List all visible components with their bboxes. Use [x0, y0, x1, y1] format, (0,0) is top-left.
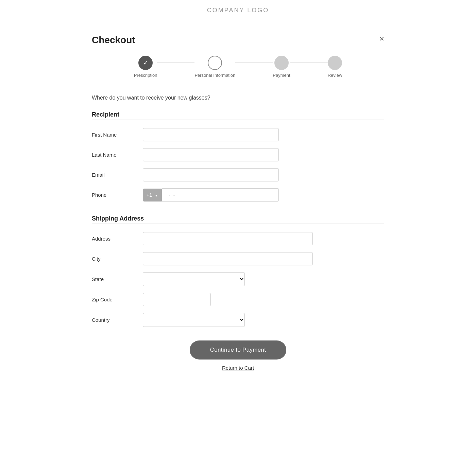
step-line-1: [157, 63, 194, 63]
step-personal-info: Personal Information: [194, 56, 235, 78]
step-prescription: ✓ Prescription: [134, 56, 157, 78]
state-select[interactable]: Alabama Alaska Arizona California Colora…: [143, 272, 245, 286]
shipping-section-title: Shipping Address: [92, 215, 384, 222]
recipient-section-title: Recipient: [92, 111, 384, 118]
zip-row: Zip Code: [92, 293, 384, 306]
address-input[interactable]: [143, 232, 313, 245]
country-label: Country: [92, 317, 136, 323]
close-button[interactable]: ×: [379, 35, 384, 43]
continue-to-payment-button[interactable]: Continue to Payment: [190, 340, 286, 360]
country-select[interactable]: United States Canada United Kingdom Aust…: [143, 313, 245, 327]
step-circle-personal-info: [208, 56, 222, 70]
city-input[interactable]: [143, 252, 313, 265]
recipient-section: Recipient First Name Last Name Email Pho…: [92, 111, 384, 202]
step-label-personal-info: Personal Information: [194, 73, 235, 78]
email-label: Email: [92, 172, 136, 178]
recipient-divider: [92, 120, 384, 120]
last-name-label: Last Name: [92, 152, 136, 158]
checkmark-icon: ✓: [143, 59, 148, 67]
city-row: City: [92, 252, 384, 265]
city-label: City: [92, 256, 136, 262]
step-line-2: [235, 63, 273, 63]
first-name-label: First Name: [92, 132, 136, 138]
step-circle-payment: [274, 56, 289, 70]
phone-wrapper: +1 ▼: [143, 188, 279, 202]
last-name-input[interactable]: [143, 148, 279, 161]
email-input[interactable]: [143, 168, 279, 181]
country-row: Country United States Canada United King…: [92, 313, 384, 327]
step-circle-prescription: ✓: [138, 56, 153, 70]
step-line-3: [290, 63, 328, 63]
shipping-section: Shipping Address Address City State Alab…: [92, 215, 384, 327]
step-review: Review: [328, 56, 342, 78]
phone-country-code-button[interactable]: +1 ▼: [143, 189, 162, 202]
checkout-stepper: ✓ Prescription Personal Information Paym…: [92, 56, 384, 78]
return-to-cart-link[interactable]: Return to Cart: [222, 365, 254, 371]
address-label: Address: [92, 236, 136, 242]
first-name-input[interactable]: [143, 128, 279, 141]
company-logo: COMPANY LOGO: [207, 7, 269, 14]
zip-label: Zip Code: [92, 297, 136, 302]
site-header: COMPANY LOGO: [0, 0, 476, 21]
address-row: Address: [92, 232, 384, 245]
shipping-divider: [92, 224, 384, 224]
checkout-title: Checkout: [92, 35, 135, 46]
form-subtitle: Where do you want to receive your new gl…: [92, 95, 384, 101]
country-code-text: +1: [147, 192, 152, 198]
last-name-row: Last Name: [92, 148, 384, 161]
zip-input[interactable]: [143, 293, 211, 306]
step-payment: Payment: [273, 56, 290, 78]
state-row: State Alabama Alaska Arizona California …: [92, 272, 384, 286]
state-label: State: [92, 276, 136, 282]
phone-label: Phone: [92, 192, 136, 198]
step-circle-review: [328, 56, 342, 70]
main-content: Checkout × ✓ Prescription Personal Infor…: [85, 21, 391, 384]
phone-row: Phone +1 ▼: [92, 188, 384, 202]
step-label-prescription: Prescription: [134, 73, 157, 78]
first-name-row: First Name: [92, 128, 384, 141]
step-label-review: Review: [328, 73, 342, 78]
checkout-header: Checkout ×: [92, 35, 384, 46]
chevron-down-icon: ▼: [155, 194, 158, 197]
email-row: Email: [92, 168, 384, 181]
phone-number-input[interactable]: [162, 188, 279, 202]
step-label-payment: Payment: [273, 73, 290, 78]
